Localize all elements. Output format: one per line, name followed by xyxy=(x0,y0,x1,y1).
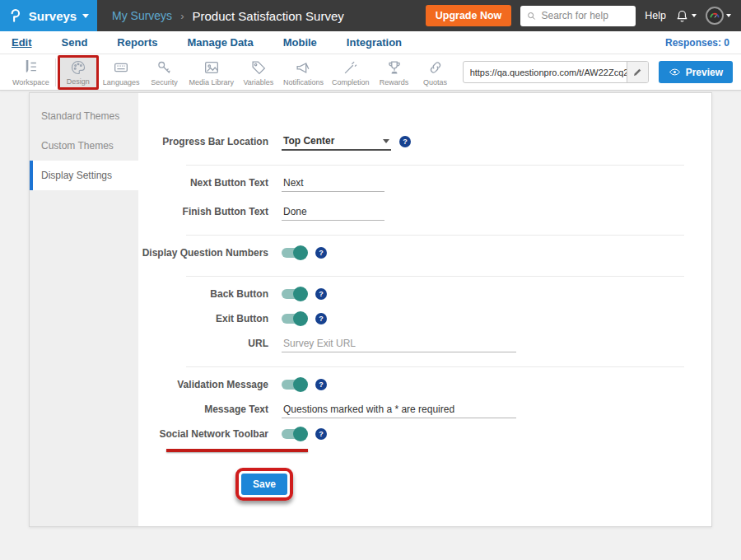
edit-toolbar: Workspace Design Languages Security Medi… xyxy=(0,54,741,91)
toggle-knob xyxy=(293,245,308,260)
bell-icon xyxy=(675,9,689,23)
nav-item-mobile[interactable]: Mobile xyxy=(283,36,317,49)
search-input[interactable] xyxy=(541,10,629,21)
workspace-icon xyxy=(21,58,40,77)
upgrade-now-button[interactable]: Upgrade Now xyxy=(426,5,512,26)
toolbar-item-media-library[interactable]: Media Library xyxy=(184,56,238,89)
help-icon[interactable]: ? xyxy=(315,247,327,259)
page-title: Product Satisfaction Survey xyxy=(192,9,343,23)
toggle-knob xyxy=(293,377,308,392)
nav-item-send[interactable]: Send xyxy=(62,36,88,49)
message-text-row: Message Text xyxy=(138,397,698,422)
exit-button-row: Exit Button ? xyxy=(138,306,698,331)
help-search[interactable] xyxy=(520,6,636,26)
notifications-bell-button[interactable] xyxy=(675,9,697,23)
toolbar-label: Rewards xyxy=(380,78,409,86)
back-button-row: Back Button ? xyxy=(138,282,698,306)
nav-item-manage-data[interactable]: Manage Data xyxy=(187,36,253,49)
help-icon[interactable]: ? xyxy=(315,288,327,300)
toolbar-item-quotas[interactable]: Quotas xyxy=(415,56,456,89)
toolbar-item-completion[interactable]: Completion xyxy=(328,56,374,89)
social-network-toolbar-row: Social Network Toolbar ? xyxy=(138,422,698,446)
chevron-down-icon xyxy=(692,14,697,17)
section-divider xyxy=(186,366,684,367)
toolbar-label: Security xyxy=(151,78,178,86)
pencil-icon xyxy=(632,67,643,77)
red-underline-annotation xyxy=(166,449,308,452)
save-button[interactable]: Save xyxy=(241,474,287,495)
preview-label: Preview xyxy=(686,67,723,78)
toolbar-label: Design xyxy=(67,77,90,86)
progress-bar-location-row: Progress Bar Location Top Center ? xyxy=(138,129,698,154)
preview-button[interactable]: Preview xyxy=(659,61,733,83)
brand-label: Surveys xyxy=(29,9,77,23)
validation-message-row: Validation Message ? xyxy=(138,372,698,397)
account-menu[interactable] xyxy=(706,7,731,25)
help-icon[interactable]: ? xyxy=(315,379,327,390)
nav-item-integration[interactable]: Integration xyxy=(347,36,402,49)
help-icon[interactable]: ? xyxy=(315,313,327,324)
chevron-down-icon xyxy=(726,14,731,17)
magic-wand-icon xyxy=(342,58,360,77)
back-button-toggle[interactable] xyxy=(282,289,307,299)
chevron-down-icon xyxy=(383,139,389,143)
display-question-numbers-label: Display Question Numbers xyxy=(138,247,268,259)
next-button-text-input[interactable] xyxy=(282,175,384,192)
help-icon[interactable]: ? xyxy=(315,428,327,440)
toolbar-item-workspace[interactable]: Workspace xyxy=(8,56,54,89)
toolbar-label: Languages xyxy=(103,78,140,86)
toolbar-item-design[interactable]: Design xyxy=(58,55,99,90)
chain-link-icon xyxy=(426,58,445,77)
toolbar-item-security[interactable]: Security xyxy=(143,56,184,89)
top-header: Surveys My Surveys › Product Satisfactio… xyxy=(0,0,741,31)
message-text-label: Message Text xyxy=(138,404,268,415)
finish-button-text-input[interactable] xyxy=(282,203,384,221)
toolbar-item-variables[interactable]: Variables xyxy=(238,56,279,89)
brand-menu[interactable]: Surveys xyxy=(0,0,97,31)
questionpro-logo-icon xyxy=(8,8,23,23)
exit-button-label: Exit Button xyxy=(138,313,268,324)
toolbar-item-notifications[interactable]: Notifications xyxy=(279,56,328,89)
back-button-label: Back Button xyxy=(138,288,268,300)
exit-url-label: URL xyxy=(138,338,268,349)
toolbar-item-rewards[interactable]: Rewards xyxy=(374,56,415,89)
next-button-text-row: Next Button Text xyxy=(138,170,698,195)
progress-bar-location-select[interactable]: Top Center xyxy=(282,133,391,151)
exit-button-toggle[interactable] xyxy=(282,314,307,324)
gauge-icon xyxy=(709,10,720,21)
help-link[interactable]: Help xyxy=(645,10,666,21)
sidebar-item-standard-themes[interactable]: Standard Themes xyxy=(30,101,138,131)
sidebar-item-custom-themes[interactable]: Custom Themes xyxy=(30,131,138,161)
breadcrumb-parent[interactable]: My Surveys xyxy=(112,9,172,22)
media-library-icon xyxy=(203,58,221,77)
help-icon[interactable]: ? xyxy=(399,136,411,147)
toggle-knob xyxy=(293,427,308,441)
breadcrumb: My Surveys › Product Satisfaction Survey xyxy=(112,9,344,23)
validation-message-toggle[interactable] xyxy=(282,380,307,390)
edit-url-button[interactable] xyxy=(627,61,648,83)
toolbar-divider xyxy=(55,58,56,86)
display-question-numbers-toggle[interactable] xyxy=(282,248,307,258)
chevron-down-icon xyxy=(82,14,89,18)
exit-url-input[interactable] xyxy=(282,335,516,352)
toolbar-item-languages[interactable]: Languages xyxy=(99,56,144,89)
security-icon xyxy=(155,58,173,77)
sidebar-item-display-settings[interactable]: Display Settings xyxy=(30,161,138,190)
nav-item-reports[interactable]: Reports xyxy=(117,36,157,49)
finish-button-text-label: Finish Button Text xyxy=(138,206,268,217)
message-text-input[interactable] xyxy=(282,401,516,418)
progress-bar-location-label: Progress Bar Location xyxy=(138,136,268,147)
responses-count[interactable]: Responses: 0 xyxy=(665,37,729,49)
survey-url-box: https://qa.questionpro.com/t/AW22Zcq2J xyxy=(463,61,649,83)
nav-item-edit[interactable]: Edit xyxy=(12,36,32,49)
social-network-toolbar-label: Social Network Toolbar xyxy=(138,428,268,440)
social-network-toolbar-toggle[interactable] xyxy=(282,429,307,439)
exit-url-row: URL xyxy=(138,331,698,356)
finish-button-text-row: Finish Button Text xyxy=(138,199,698,224)
validation-message-label: Validation Message xyxy=(138,379,268,390)
section-divider xyxy=(186,276,684,277)
section-divider xyxy=(186,165,684,166)
design-settings-card: Standard Themes Custom Themes Display Se… xyxy=(29,92,712,527)
display-settings-form: Progress Bar Location Top Center ? Next … xyxy=(138,93,711,526)
survey-url[interactable]: https://qa.questionpro.com/t/AW22Zcq2J xyxy=(464,68,627,77)
